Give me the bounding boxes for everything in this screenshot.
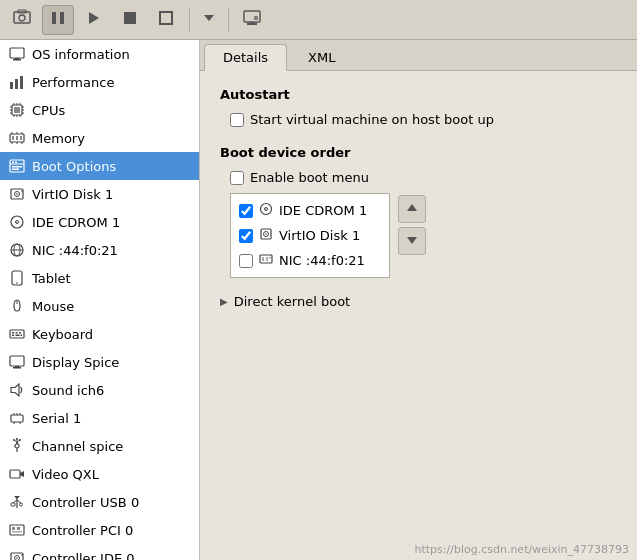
sidebar-item-cpus[interactable]: CPUs — [0, 96, 199, 124]
sidebar-item-ide-cdrom-1[interactable]: IDE CDROM 1 — [0, 208, 199, 236]
sidebar-item-controller-usb-0[interactable]: Controller USB 0 — [0, 488, 199, 516]
virtio-disk-icon — [8, 185, 26, 203]
svg-rect-36 — [20, 136, 22, 140]
boot-item-virtio-checkbox[interactable] — [239, 229, 253, 243]
stop-icon — [122, 10, 138, 29]
svg-rect-94 — [17, 527, 20, 530]
svg-marker-118 — [407, 237, 417, 244]
vm-pause-button[interactable] — [42, 5, 74, 35]
sidebar-item-label: Tablet — [32, 271, 71, 286]
svg-rect-13 — [10, 48, 24, 58]
sidebar-item-nic[interactable]: NIC :44:f0:21 — [0, 236, 199, 264]
boot-order-down-button[interactable] — [398, 227, 426, 255]
svg-point-82 — [16, 438, 18, 440]
sidebar-item-controller-ide-0[interactable]: Controller IDE 0 — [0, 544, 199, 560]
expander-triangle-icon: ▶ — [220, 296, 228, 307]
vm-screenshot-button[interactable] — [6, 5, 38, 35]
svg-rect-63 — [12, 332, 14, 334]
tab-xml[interactable]: XML — [289, 44, 354, 70]
boot-device-list: IDE CDROM 1 — [230, 193, 390, 278]
svg-point-79 — [15, 444, 19, 448]
tab-content-details: Autostart Start virtual machine on host … — [200, 71, 637, 560]
svg-marker-85 — [20, 471, 24, 477]
vm-remote-button[interactable] — [236, 5, 268, 35]
svg-point-80 — [13, 439, 15, 441]
svg-rect-93 — [12, 527, 15, 530]
display-spice-icon — [8, 353, 26, 371]
sidebar-item-label: Memory — [32, 131, 85, 146]
sidebar-item-display-spice[interactable]: Display Spice — [0, 348, 199, 376]
sidebar-item-video-qxl[interactable]: Video QXL — [0, 460, 199, 488]
svg-marker-72 — [11, 384, 19, 396]
keyboard-icon — [8, 325, 26, 343]
video-icon — [8, 465, 26, 483]
sidebar-item-boot-options[interactable]: Boot Options — [0, 152, 199, 180]
svg-point-51 — [16, 193, 18, 195]
vm-play-button[interactable] — [78, 5, 110, 35]
enable-boot-menu-checkbox[interactable] — [230, 171, 244, 185]
sidebar-item-serial-1[interactable]: Serial 1 — [0, 404, 199, 432]
sidebar-item-os-information[interactable]: OS information — [0, 40, 199, 68]
svg-marker-117 — [407, 204, 417, 211]
svg-point-55 — [17, 222, 18, 223]
nic-icon — [8, 241, 26, 259]
boot-order-up-button[interactable] — [398, 195, 426, 223]
vm-reset-button[interactable] — [150, 5, 182, 35]
boot-options-icon — [8, 157, 26, 175]
svg-rect-47 — [12, 166, 22, 168]
sidebar-item-memory[interactable]: Memory — [0, 124, 199, 152]
svg-rect-68 — [21, 335, 23, 337]
autostart-checkbox[interactable] — [230, 113, 244, 127]
autostart-checkbox-row: Start virtual machine on host boot up — [230, 112, 617, 127]
sidebar-item-channel-spice[interactable]: Channel spice — [0, 432, 199, 460]
vm-dropdown-button[interactable] — [197, 5, 221, 35]
main-layout: OS information Performance — [0, 40, 637, 560]
svg-rect-62 — [10, 330, 24, 338]
sidebar-item-label: OS information — [32, 47, 130, 62]
sidebar-item-label: Serial 1 — [32, 411, 81, 426]
tablet-icon — [8, 269, 26, 287]
sidebar-item-tablet[interactable]: Tablet — [0, 264, 199, 292]
svg-rect-48 — [12, 169, 19, 171]
sidebar-item-keyboard[interactable]: Keyboard — [0, 320, 199, 348]
toolbar-separator-2 — [228, 8, 229, 32]
boot-item-virtio-label: VirtIO Disk 1 — [279, 228, 360, 243]
boot-item-cdrom-checkbox[interactable] — [239, 204, 253, 218]
sidebar-item-virtio-disk-1[interactable]: VirtIO Disk 1 — [0, 180, 199, 208]
vm-stop-button[interactable] — [114, 5, 146, 35]
sidebar-item-mouse[interactable]: Mouse — [0, 292, 199, 320]
sidebar-item-sound-ich6[interactable]: Sound ich6 — [0, 376, 199, 404]
channel-icon — [8, 437, 26, 455]
sidebar-item-label: Display Spice — [32, 355, 119, 370]
svg-rect-69 — [10, 356, 24, 366]
svg-rect-7 — [160, 12, 172, 24]
ide-icon — [8, 549, 26, 560]
sidebar-item-label: Channel spice — [32, 439, 123, 454]
pci-icon — [8, 521, 26, 539]
usb-icon — [8, 493, 26, 511]
serial-icon — [8, 409, 26, 427]
svg-point-98 — [16, 557, 18, 559]
tab-details[interactable]: Details — [204, 44, 287, 71]
tab-bar: Details XML — [200, 40, 637, 71]
boot-item-nic-checkbox[interactable] — [239, 254, 253, 268]
cdrom-device-icon — [259, 202, 273, 219]
sidebar-item-performance[interactable]: Performance — [0, 68, 199, 96]
sidebar-item-label: Performance — [32, 75, 114, 90]
svg-point-81 — [19, 439, 21, 441]
mouse-icon — [8, 297, 26, 315]
pause-icon — [50, 10, 66, 29]
svg-marker-5 — [89, 12, 99, 24]
cpus-icon — [8, 101, 26, 119]
svg-point-112 — [265, 233, 266, 234]
boot-list-item-nic: NIC :44:f0:21 — [231, 248, 389, 273]
svg-rect-35 — [16, 136, 18, 140]
content-area: Details XML Autostart Start virtual mach… — [200, 40, 637, 560]
play-icon — [86, 10, 102, 29]
svg-rect-71 — [15, 366, 19, 368]
boot-list-item-cdrom: IDE CDROM 1 — [231, 198, 389, 223]
os-information-icon — [8, 45, 26, 63]
direct-kernel-boot-expander[interactable]: ▶ Direct kernel boot — [220, 294, 617, 309]
toolbar-separator — [189, 8, 190, 32]
sidebar-item-controller-pci-0[interactable]: Controller PCI 0 — [0, 516, 199, 544]
